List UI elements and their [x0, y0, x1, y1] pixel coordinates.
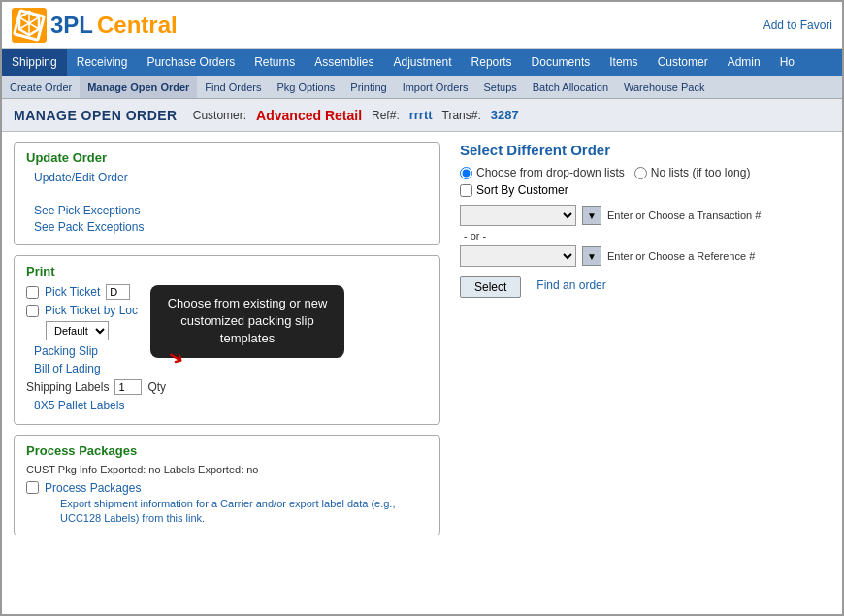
select-order-title: Select Different Order: [460, 142, 830, 158]
nav-purchase-orders[interactable]: Purchase Orders: [137, 49, 244, 76]
tooltip-text: Choose from existing or new customized p…: [168, 296, 328, 345]
nav-returns[interactable]: Returns: [244, 49, 305, 76]
subnav-manage-open-order[interactable]: Manage Open Order: [80, 76, 197, 98]
process-packages-link[interactable]: Process Packages: [45, 481, 428, 495]
update-edit-order-link[interactable]: Update/Edit Order: [34, 171, 428, 184]
packing-slip-dropdown[interactable]: Default: [46, 321, 109, 340]
page-title: Manage Open Order: [14, 108, 178, 123]
svg-line-2: [19, 17, 39, 29]
transaction-dropdown-row: ▼ Enter or Choose a Transaction #: [460, 205, 830, 226]
right-panel: Select Different Order Choose from drop-…: [440, 142, 830, 608]
pick-ticket-label[interactable]: Pick Ticket: [45, 285, 100, 299]
page-header: Manage Open Order Customer: Advanced Ret…: [2, 99, 842, 132]
sort-customer-checkbox[interactable]: [460, 184, 472, 197]
subnav-batch-allocation[interactable]: Batch Allocation: [525, 76, 616, 98]
subnav-pkg-options[interactable]: Pkg Options: [269, 76, 342, 98]
see-pick-exceptions-link[interactable]: See Pick Exceptions: [34, 204, 428, 217]
pick-ticket-loc-label[interactable]: Pick Ticket by Loc: [45, 304, 138, 317]
reference-dropdown-row: ▼ Enter or Choose a Reference #: [460, 245, 830, 267]
process-packages-desc: Export shipment information for a Carrie…: [60, 497, 428, 527]
main-nav: Shipping Receiving Purchase Orders Retur…: [2, 49, 842, 76]
process-packages-section: Process Packages CUST Pkg Info Exported:…: [14, 435, 440, 535]
nav-documents[interactable]: Documents: [522, 49, 601, 76]
pick-ticket-checkbox[interactable]: [26, 286, 39, 299]
print-section: Print Choose from existing or new custom…: [14, 255, 440, 425]
logo-icon: [12, 8, 47, 43]
process-cust-info: CUST Pkg Info Exported: no Labels Export…: [26, 464, 428, 475]
transaction-label: Enter or Choose a Transaction #: [607, 210, 761, 221]
ref-value: rrrtt: [409, 108, 433, 122]
process-packages-title: Process Packages: [26, 443, 428, 458]
trans-label: Trans#:: [442, 109, 481, 122]
nav-ho[interactable]: Ho: [770, 49, 804, 76]
print-title: Print: [26, 264, 428, 278]
nav-customer[interactable]: Customer: [648, 49, 718, 76]
nav-receiving[interactable]: Receiving: [67, 49, 138, 76]
nav-items[interactable]: Items: [600, 49, 647, 76]
shipping-labels-qty-label: Qty: [147, 380, 166, 394]
customer-label: Customer:: [193, 109, 246, 122]
update-order-section: Update Order Update/Edit Order See Pick …: [14, 142, 440, 245]
sort-customer-row: Sort By Customer: [460, 183, 830, 197]
transaction-dropdown[interactable]: [460, 205, 576, 226]
page-meta: Customer: Advanced Retail Ref#: rrrtt Tr…: [193, 108, 519, 123]
reference-dropdown-btn[interactable]: ▼: [582, 246, 601, 266]
nav-admin[interactable]: Admin: [718, 49, 770, 76]
sort-customer-label: Sort By Customer: [476, 183, 568, 197]
process-packages-checkbox[interactable]: [26, 481, 39, 494]
shipping-labels-label: Shipping Labels: [26, 380, 109, 394]
svg-rect-0: [12, 8, 47, 43]
see-pack-exceptions-link[interactable]: See Pack Exceptions: [34, 220, 428, 234]
svg-marker-1: [19, 12, 39, 35]
add-to-favorites[interactable]: Add to Favori: [763, 18, 832, 32]
update-order-links: Update/Edit Order See Pick Exceptions Se…: [26, 171, 428, 234]
subnav-create-order[interactable]: Create Order: [2, 76, 80, 98]
pallet-labels-link[interactable]: 8X5 Pallet Labels: [34, 399, 428, 412]
transaction-dropdown-btn[interactable]: ▼: [582, 206, 601, 225]
nav-adjustment[interactable]: Adjustment: [384, 49, 462, 76]
radio-nolist-label[interactable]: No lists (if too long): [634, 166, 751, 179]
bill-of-lading-link[interactable]: Bill of Lading: [34, 362, 428, 375]
logo-text-central: Central: [97, 12, 178, 39]
select-button[interactable]: Select: [460, 276, 521, 298]
pick-ticket-loc-checkbox[interactable]: [26, 305, 39, 317]
subnav-printing[interactable]: Printing: [342, 76, 394, 98]
sub-nav: Create Order Manage Open Order Find Orde…: [2, 76, 842, 99]
reference-label: Enter or Choose a Reference #: [607, 250, 755, 262]
subnav-warehouse-pack[interactable]: Warehouse Pack: [616, 76, 712, 98]
subnav-find-orders[interactable]: Find Orders: [197, 76, 269, 98]
logo: 3PLCentral: [12, 8, 178, 43]
nav-shipping[interactable]: Shipping: [2, 49, 67, 76]
nav-assemblies[interactable]: Assemblies: [305, 49, 383, 76]
radio-row: Choose from drop-down lists No lists (if…: [460, 166, 830, 179]
select-btn-row: Select Find an order: [460, 273, 830, 298]
find-order-link[interactable]: Find an order: [536, 278, 605, 292]
top-bar: 3PLCentral Add to Favori: [2, 2, 842, 49]
left-panel: Update Order Update/Edit Order See Pick …: [14, 142, 440, 608]
shipping-labels-row: Shipping Labels Qty: [26, 379, 428, 395]
subnav-setups[interactable]: Setups: [476, 76, 525, 98]
svg-line-3: [19, 17, 39, 29]
radio-dropdown[interactable]: [460, 167, 472, 179]
customer-value: Advanced Retail: [256, 108, 362, 123]
or-text: - or -: [464, 230, 830, 242]
update-order-title: Update Order: [26, 150, 428, 165]
tooltip-arrow: [194, 334, 213, 345]
reference-dropdown[interactable]: [460, 245, 576, 267]
main-content: Update Order Update/Edit Order See Pick …: [2, 132, 842, 616]
shipping-labels-qty-input[interactable]: [114, 379, 142, 395]
subnav-import-orders[interactable]: Import Orders: [395, 76, 476, 98]
trans-value: 3287: [491, 108, 519, 122]
radio-dropdown-label[interactable]: Choose from drop-down lists: [460, 166, 625, 179]
ref-label: Ref#:: [372, 109, 400, 122]
logo-text-3pl: 3PL: [50, 12, 93, 39]
pick-ticket-input[interactable]: [106, 284, 130, 300]
radio-nolist[interactable]: [634, 167, 647, 179]
nav-reports[interactable]: Reports: [462, 49, 522, 76]
